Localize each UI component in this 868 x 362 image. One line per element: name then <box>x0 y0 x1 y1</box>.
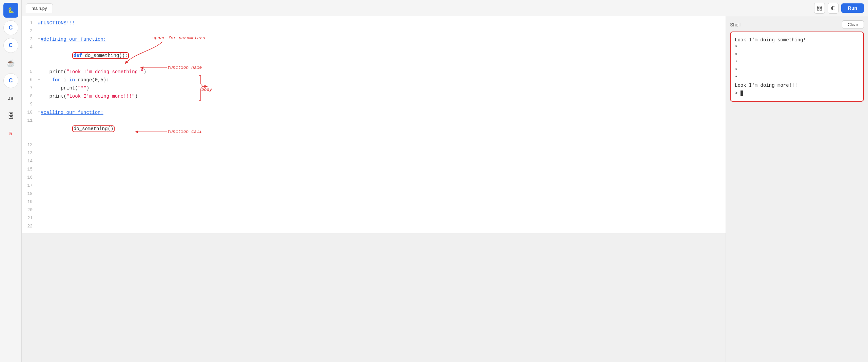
table-row: 14 <box>22 157 726 165</box>
topbar: main.py Run <box>22 0 868 16</box>
svg-rect-4 <box>817 8 819 10</box>
main-area: main.py Run 1 #FUNCTIONS!!! 2 <box>22 0 868 362</box>
table-row: 10 ▾ #calling our function: <box>22 108 726 117</box>
table-row: 21 <box>22 214 726 222</box>
sidebar-item-java[interactable]: ☕ <box>3 56 18 71</box>
svg-rect-2 <box>817 6 819 7</box>
sidebar-item-db[interactable]: 🗄 <box>3 108 18 123</box>
shell-panel: Shell Clear Look I'm doing something! * … <box>726 16 868 362</box>
clear-button[interactable]: Clear <box>842 20 864 29</box>
svg-rect-3 <box>820 6 822 7</box>
function-call-highlight: do_something() <box>72 125 115 132</box>
shell-cursor <box>741 90 743 96</box>
shell-header: Shell Clear <box>730 20 864 29</box>
fullscreen-button[interactable] <box>814 3 825 14</box>
table-row: 7 print("*") <box>22 84 726 92</box>
table-row: 17 <box>22 182 726 190</box>
table-row: 8 print("Look I'm doing more!!!") <box>22 92 726 100</box>
svg-rect-5 <box>820 8 822 10</box>
table-row: 5 print("Look I'm doing something!") <box>22 68 726 76</box>
theme-toggle-button[interactable] <box>828 3 839 14</box>
table-row: 11 do_something() <box>22 117 726 141</box>
table-row: 16 <box>22 174 726 182</box>
content-area: 1 #FUNCTIONS!!! 2 3 ▾ #defining our func… <box>22 16 868 362</box>
sidebar-item-js[interactable]: JS <box>3 91 18 106</box>
sidebar-item-csharp[interactable]: C <box>3 73 18 88</box>
code-editor[interactable]: 1 #FUNCTIONS!!! 2 3 ▾ #defining our func… <box>22 16 726 233</box>
table-row: 3 ▾ #defining our function: <box>22 35 726 43</box>
sidebar-item-html5[interactable]: 5 <box>3 126 18 141</box>
table-row: 6 ▾ for i in range(0,5): <box>22 76 726 84</box>
run-button[interactable]: Run <box>841 3 864 13</box>
table-row: 4 def do_something(): <box>22 43 726 68</box>
shell-title: Shell <box>730 22 741 27</box>
sidebar-item-c2[interactable]: C <box>3 38 18 53</box>
table-row: 9 <box>22 100 726 108</box>
table-row: 12 <box>22 141 726 149</box>
table-row: 22 <box>22 222 726 230</box>
table-row: 18 <box>22 190 726 198</box>
table-row: 1 #FUNCTIONS!!! <box>22 19 726 27</box>
file-tab[interactable]: main.py <box>26 3 53 13</box>
sidebar-item-python[interactable]: 🐍 <box>3 3 18 18</box>
table-row: 19 <box>22 198 726 206</box>
editor-wrapper: 1 #FUNCTIONS!!! 2 3 ▾ #defining our func… <box>22 16 726 362</box>
shell-output: Look I'm doing something! * * * * * Look… <box>730 32 864 102</box>
table-row: 15 <box>22 165 726 174</box>
table-row: 20 <box>22 206 726 214</box>
sidebar-item-c1[interactable]: C <box>3 20 18 35</box>
table-row: 2 <box>22 27 726 35</box>
svg-text:🐍: 🐍 <box>7 7 14 14</box>
function-def-highlight: def do_something(): <box>72 52 129 59</box>
sidebar: 🐍 C C ☕ C JS 🗄 5 <box>0 0 22 362</box>
table-row: 13 <box>22 149 726 157</box>
